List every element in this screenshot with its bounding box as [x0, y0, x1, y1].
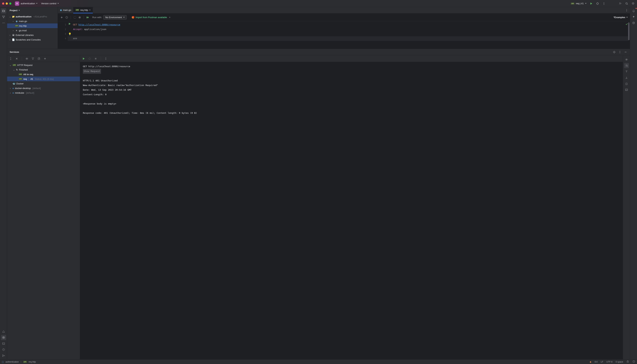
settings-button[interactable]	[631, 2, 635, 5]
tab-main-go[interactable]: ◉ main.go	[58, 7, 73, 13]
debug-button[interactable]	[596, 2, 599, 5]
readonly-toggle[interactable]	[626, 360, 629, 364]
expand-icon[interactable]: ›	[12, 20, 14, 22]
statusbar: ▢ authentication › API req.http ◆ 4:4 LF…	[0, 360, 637, 364]
expand-icon[interactable]: ⌄	[13, 68, 15, 71]
crumb-project[interactable]: authentication	[6, 360, 19, 363]
api-icon: API	[75, 9, 79, 11]
copy-response-button[interactable]	[624, 81, 629, 86]
copy-button[interactable]	[73, 16, 77, 19]
tree-scratches[interactable]: › 📄 Scratches and Consoles	[7, 37, 58, 42]
project-panel-header[interactable]: Project	[7, 7, 58, 14]
more-actions-button[interactable]	[602, 2, 606, 5]
expand-icon[interactable]: ›	[9, 87, 12, 90]
examples-dropdown[interactable]: *Examples	[613, 16, 628, 19]
show-request-button[interactable]: Show Request	[83, 69, 101, 74]
expand-icon[interactable]: ›	[9, 38, 11, 41]
code-body[interactable]: 💡 GET http://localhost:8080/resource Acc…	[68, 21, 630, 49]
svc-req-1[interactable]: API req │ #1 Status: 401 (6 ms)	[7, 76, 80, 81]
environment-selector[interactable]: No Environment	[103, 15, 127, 20]
line-separator[interactable]: LF	[601, 360, 603, 363]
view-button[interactable]	[624, 57, 629, 62]
postman-hint[interactable]: 🎁 Import from Postman available ×	[132, 16, 170, 19]
expand-icon[interactable]: ›	[9, 92, 12, 94]
svc-finished[interactable]: ⌄ ↻ Finished	[7, 67, 80, 72]
inspection-ok-icon[interactable]	[625, 23, 628, 26]
expand-icon[interactable]: ›	[12, 29, 14, 32]
tree-file-go-mod[interactable]: › ≡ go.mod	[7, 28, 58, 33]
expand-all-button[interactable]	[9, 57, 13, 60]
tree-file-main-go[interactable]: › ◉ main.go	[7, 19, 58, 24]
services-more-button[interactable]	[618, 50, 622, 54]
structure-tool-button[interactable]	[1, 14, 6, 20]
svg-point-28	[620, 52, 620, 52]
run-config-selector[interactable]: API req | #1	[571, 2, 586, 5]
response-more-button[interactable]	[104, 57, 108, 60]
svc-http-request[interactable]: ⌄ API HTTP Request	[7, 63, 80, 67]
run-button[interactable]	[589, 2, 593, 5]
vcs-dropdown[interactable]: Version control	[41, 2, 59, 5]
tab-req-http[interactable]: API req.http ×	[73, 7, 93, 13]
search-button[interactable]	[625, 2, 628, 5]
expand-icon[interactable]: ›	[9, 34, 11, 36]
scroll-bottom-button[interactable]	[624, 75, 629, 80]
soft-wrap-button[interactable]	[624, 63, 629, 68]
scroll-top-button[interactable]	[624, 69, 629, 74]
convert-button[interactable]	[78, 16, 82, 19]
vcs-tool-button[interactable]	[1, 353, 6, 358]
image-button[interactable]	[624, 87, 629, 92]
target-button[interactable]	[612, 50, 616, 54]
project-tool-button[interactable]	[1, 8, 6, 14]
code-with-me-button[interactable]	[618, 2, 622, 5]
code-editor[interactable]: 1 2 3 4 💡 GET http://localhost:8080/reso…	[58, 21, 630, 49]
more-tools-button[interactable]	[1, 20, 6, 26]
hide-panel-button[interactable]	[624, 50, 627, 54]
services-tool-button[interactable]	[1, 335, 6, 340]
response-body[interactable]: GET http://localhost:8080/resource Show …	[80, 62, 623, 360]
indent-info[interactable]: 0 space	[616, 360, 623, 363]
crumb-file[interactable]: req.http	[29, 360, 36, 363]
svc-all-in-req[interactable]: API All in req	[7, 72, 80, 76]
show-button[interactable]	[25, 57, 29, 60]
rerun-button[interactable]	[82, 57, 85, 60]
add-request-button[interactable]	[60, 16, 64, 19]
problems-tool-button[interactable]	[1, 347, 6, 352]
expand-icon[interactable]: ⌄	[9, 15, 11, 18]
indexing-icon[interactable]: ◆	[590, 360, 591, 363]
label: All in req	[23, 73, 33, 76]
close-window-button[interactable]	[2, 2, 4, 4]
tree-external-libraries[interactable]: › 🏛 External Libraries	[7, 33, 58, 37]
inspection-widget[interactable]	[632, 360, 635, 364]
caret-position[interactable]: 4:4	[594, 360, 597, 363]
label: minikube	[15, 92, 24, 94]
minimize-window-button[interactable]	[6, 2, 8, 4]
history-button[interactable]	[65, 16, 69, 19]
tree-root[interactable]: ⌄ 📁 authentication ~/GoLandPro	[7, 14, 58, 19]
svc-docker-desktop[interactable]: › ⎈ docker-desktop [default]	[7, 86, 80, 90]
add-service-button[interactable]	[43, 57, 47, 60]
debug-request-button[interactable]	[88, 57, 91, 60]
expand-icon[interactable]: ⌄	[9, 64, 12, 66]
file-encoding[interactable]: UTF-8	[606, 360, 612, 363]
database-button[interactable]	[631, 20, 636, 26]
vertical-scrollbar[interactable]	[628, 22, 629, 40]
ai-assistant-button[interactable]	[631, 14, 636, 20]
project-dropdown[interactable]: authentication	[21, 2, 38, 5]
close-tab-button[interactable]: ×	[89, 8, 91, 12]
collapse-all-button[interactable]	[15, 57, 19, 60]
intention-bulb-icon[interactable]: 💡	[68, 32, 71, 36]
close-hint-button[interactable]: ×	[169, 16, 171, 19]
open-button[interactable]	[37, 57, 41, 60]
maximize-window-button[interactable]	[9, 2, 12, 4]
build-tool-button[interactable]	[1, 329, 6, 334]
stop-button[interactable]	[94, 57, 98, 60]
svc-minikube[interactable]: › ⎈ minikube [default]	[7, 90, 80, 95]
svc-docker[interactable]: 🐳 Docker	[7, 81, 80, 86]
notifications-button[interactable]	[631, 8, 636, 14]
terminal-tool-button[interactable]	[1, 341, 6, 346]
tab-actions-button[interactable]	[625, 8, 628, 12]
filter-button[interactable]	[31, 57, 35, 60]
request-line: GET http://localhost:8080/resource	[83, 64, 620, 69]
run-all-button[interactable]	[86, 16, 90, 19]
tree-file-req-http[interactable]: API req.http	[7, 24, 58, 28]
